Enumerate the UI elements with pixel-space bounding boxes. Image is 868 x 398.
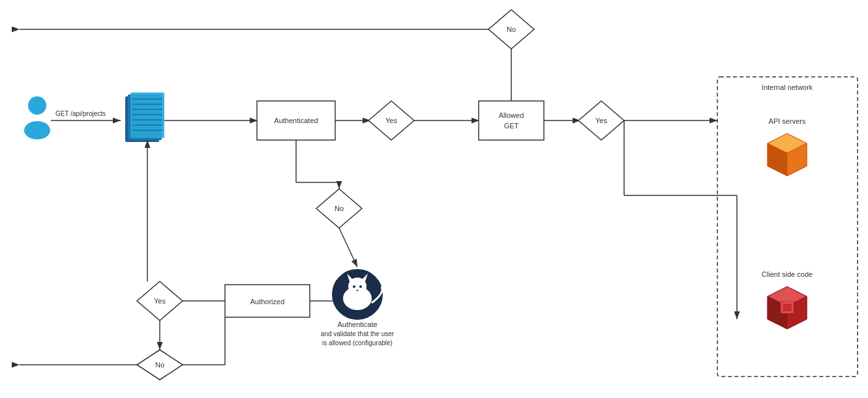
internal-network-label: Internal network bbox=[762, 83, 813, 91]
client-side-icon bbox=[768, 287, 807, 329]
yes1-label: Yes bbox=[385, 117, 397, 124]
svg-rect-21 bbox=[783, 304, 792, 311]
authenticate-line3: is allowed (configurable) bbox=[322, 339, 393, 347]
no2-label: No bbox=[335, 205, 344, 212]
api-servers-icon bbox=[768, 134, 807, 176]
authenticate-line2: and validate that the user bbox=[321, 330, 395, 337]
allowed-get-line1: Allowed bbox=[499, 111, 524, 119]
flow-diagram: GET /api/projects Authenticated Yes Allo… bbox=[0, 0, 868, 398]
api-servers-label: API servers bbox=[769, 117, 806, 125]
cat-nose bbox=[357, 290, 359, 291]
yes2-label: Yes bbox=[595, 117, 607, 124]
authenticated-label: Authenticated bbox=[274, 117, 318, 124]
user-body-icon bbox=[24, 121, 50, 139]
get-api-label: GET /api/projects bbox=[55, 110, 106, 117]
allowed-get-box bbox=[479, 101, 544, 140]
user-head-icon bbox=[28, 96, 46, 115]
client-side-label: Client side code bbox=[762, 270, 813, 278]
yes3-label: Yes bbox=[154, 297, 166, 305]
cat-eye-left bbox=[353, 285, 355, 288]
authenticate-line1: Authenticate bbox=[337, 320, 377, 328]
allowed-get-line2: GET bbox=[504, 122, 519, 130]
no1-label: No bbox=[507, 25, 516, 33]
gateway-icon bbox=[125, 92, 164, 142]
cat-eye-right bbox=[359, 285, 362, 288]
authorized-label: Authorized bbox=[250, 298, 285, 306]
arrow-no2-to-auth-circle bbox=[339, 228, 357, 267]
no3-label: No bbox=[155, 361, 164, 369]
